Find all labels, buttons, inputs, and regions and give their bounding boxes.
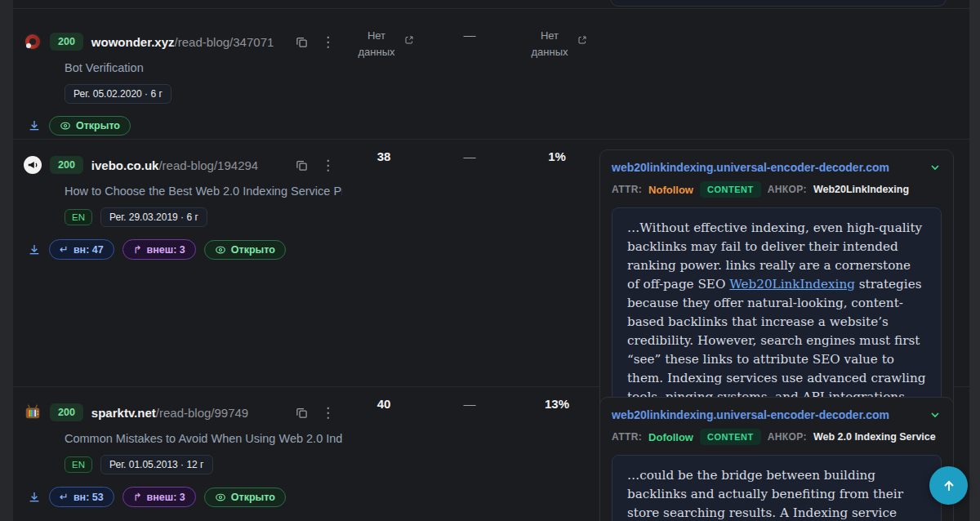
attr-value: Dofollow bbox=[648, 431, 693, 443]
anchor-label: АНКОР: bbox=[768, 184, 807, 195]
anchor-text-link[interactable]: Web20LinkIndexing bbox=[729, 277, 855, 292]
language-badge: EN bbox=[65, 456, 92, 473]
table-row: 200 wowonder.xyz/read-blog/347071 ⋮ Bot … bbox=[13, 8, 969, 139]
scrollbar-track[interactable] bbox=[969, 0, 980, 521]
download-icon[interactable] bbox=[28, 491, 41, 504]
return-arrow-icon: ↵ bbox=[60, 491, 69, 503]
external-links-badge[interactable]: ↱внеш: 3 bbox=[122, 239, 196, 260]
registration-badge: Рег. 05.02.2020 · 6 г bbox=[65, 84, 172, 104]
external-link-icon[interactable] bbox=[577, 35, 587, 45]
kebab-menu-icon[interactable]: ⋮ bbox=[321, 35, 335, 49]
out-arrow-icon: ↱ bbox=[133, 491, 142, 503]
registration-badge: Рег. 01.05.2013 · 12 г bbox=[100, 455, 213, 474]
attr-value: Nofollow bbox=[648, 184, 693, 196]
left-edge-strip bbox=[0, 0, 13, 521]
table-row: 200 ivebo.co.uk/read-blog/194294 ⋮ How t… bbox=[13, 139, 969, 386]
kebab-menu-icon[interactable]: ⋮ bbox=[321, 406, 335, 420]
external-link-icon[interactable] bbox=[404, 35, 414, 45]
previous-row-panel-remnant bbox=[610, 0, 947, 7]
page-title: Bot Verification bbox=[65, 61, 342, 74]
internal-links-badge[interactable]: ↵вн: 47 bbox=[49, 239, 114, 260]
language-badge: EN bbox=[65, 209, 92, 225]
attr-label: ATTR: bbox=[612, 184, 642, 195]
copy-icon[interactable] bbox=[296, 36, 308, 48]
kebab-menu-icon[interactable]: ⋮ bbox=[321, 158, 335, 172]
download-icon[interactable] bbox=[28, 243, 41, 256]
target-domain-link[interactable]: web20linkindexing.universal-encoder-deco… bbox=[612, 408, 889, 421]
results-table: 200 wowonder.xyz/read-blog/347071 ⋮ Bot … bbox=[13, 0, 969, 521]
table-row: 200 sparktv.net/read-blog/99749 ⋮ Common… bbox=[13, 386, 969, 521]
target-domain-link[interactable]: web20linkindexing.universal-encoder-deco… bbox=[612, 161, 889, 174]
eye-icon bbox=[60, 120, 71, 131]
eye-icon bbox=[215, 492, 226, 503]
links-count-cell: Нет данных bbox=[343, 9, 425, 139]
backlink-panel: web20linkindexing.universal-encoder-deco… bbox=[599, 397, 954, 521]
copy-icon[interactable] bbox=[296, 407, 308, 419]
out-arrow-icon: ↱ bbox=[133, 243, 142, 256]
previous-row-cutoff bbox=[13, 0, 969, 8]
return-arrow-icon: ↵ bbox=[60, 243, 69, 256]
open-button[interactable]: Открыто bbox=[204, 240, 286, 260]
content-badge: CONTENT bbox=[700, 181, 761, 198]
content-badge: CONTENT bbox=[700, 429, 761, 445]
copy-icon[interactable] bbox=[296, 159, 308, 171]
url-link[interactable]: wowonder.xyz/read-blog/347071 bbox=[91, 35, 274, 49]
scroll-to-top-button[interactable] bbox=[929, 466, 968, 505]
site-favicon bbox=[24, 33, 42, 51]
empty-metric-cell: — bbox=[425, 387, 514, 521]
chevron-down-icon[interactable] bbox=[929, 161, 942, 174]
page-title: Common Mistakes to Avoid When Using Web … bbox=[65, 432, 342, 445]
internal-links-badge[interactable]: ↵вн: 53 bbox=[49, 487, 114, 507]
external-links-badge[interactable]: ↱внеш: 3 bbox=[122, 487, 196, 507]
links-count-cell: 40 bbox=[343, 387, 425, 521]
anchor-value: Web20LinkIndexing bbox=[813, 184, 909, 195]
status-badge: 200 bbox=[50, 403, 83, 421]
registration-badge: Рег. 29.03.2019 · 6 г bbox=[100, 207, 207, 227]
ratio-cell: Нет данных bbox=[514, 9, 599, 139]
open-button[interactable]: Открыто bbox=[204, 488, 286, 507]
download-icon[interactable] bbox=[28, 119, 41, 132]
empty-metric-cell: — bbox=[425, 9, 514, 139]
anchor-value: Web 2.0 Indexing Service bbox=[813, 431, 936, 443]
site-favicon bbox=[24, 403, 42, 421]
open-button[interactable]: Открыто bbox=[49, 116, 131, 136]
ratio-cell: 13% bbox=[514, 387, 599, 521]
status-badge: 200 bbox=[50, 156, 83, 174]
page-title: How to Choose the Best Web 2.0 Indexing … bbox=[65, 185, 342, 198]
anchor-label: АНКОР: bbox=[768, 431, 807, 443]
chevron-down-icon[interactable] bbox=[929, 408, 942, 421]
status-badge: 200 bbox=[50, 33, 83, 51]
link-context-excerpt: …could be the bridge between building ba… bbox=[612, 455, 942, 521]
eye-icon bbox=[215, 244, 226, 256]
site-favicon bbox=[24, 156, 42, 174]
url-link[interactable]: ivebo.co.uk/read-blog/194294 bbox=[91, 158, 258, 172]
arrow-up-icon bbox=[941, 478, 957, 494]
url-link[interactable]: sparktv.net/read-blog/99749 bbox=[91, 406, 248, 420]
attr-label: ATTR: bbox=[612, 431, 642, 443]
